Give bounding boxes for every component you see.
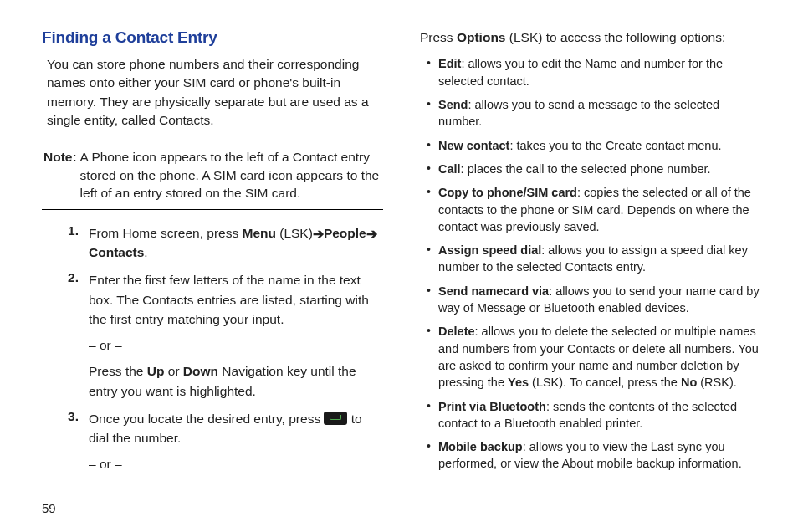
option-namecard: Send namecard via: allows you to send yo…: [423, 283, 761, 317]
option-delete: Delete: allows you to delete the selecte…: [423, 323, 761, 391]
step-or: – or –: [89, 454, 383, 473]
options-list: Edit: allows you to edit the Name and nu…: [423, 55, 761, 472]
step-3: 3. Once you locate the desired entry, pr…: [64, 409, 383, 474]
options-intro: Press Options (LSK) to access the follow…: [420, 28, 761, 47]
option-send: Send: allows you to send a message to th…: [423, 96, 761, 130]
left-column: Finding a Contact Entry You can store ph…: [42, 28, 383, 483]
step-number: 3.: [64, 409, 89, 474]
note-label: Note:: [42, 148, 80, 202]
intro-paragraph: You can store phone numbers and their co…: [47, 55, 383, 130]
option-call: Call: places the call to the selected ph…: [423, 161, 761, 177]
note-block: Note: A Phone icon appears to the left o…: [42, 141, 383, 210]
option-copy: Copy to phone/SIM card: copies the selec…: [423, 184, 761, 235]
page-number: 59: [42, 501, 761, 515]
option-new-contact: New contact: takes you to the Create con…: [423, 137, 761, 154]
step-list: 1. From Home screen, press Menu (LSK) ➔ …: [64, 223, 383, 474]
step-text: From Home screen, press Menu (LSK) ➔ Peo…: [89, 223, 383, 263]
arrow-icon: ➔: [366, 224, 377, 243]
step-or: – or –: [89, 335, 383, 355]
step-number: 2.: [64, 270, 89, 401]
page-columns: Finding a Contact Entry You can store ph…: [42, 28, 761, 483]
step-text: Press the Up or Down Navigation key unti…: [89, 361, 383, 401]
step-text: Enter the first few letters of the name …: [89, 270, 383, 329]
step-2: 2. Enter the first few letters of the na…: [64, 270, 383, 401]
option-speed-dial: Assign speed dial: allows you to assign …: [423, 242, 761, 276]
note-text: A Phone icon appears to the left of a Co…: [80, 148, 383, 202]
step-text: Once you locate the desired entry, press…: [89, 409, 383, 448]
arrow-icon: ➔: [313, 224, 324, 243]
step-1: 1. From Home screen, press Menu (LSK) ➔ …: [64, 223, 383, 263]
step-number: 1.: [64, 223, 89, 263]
right-column: Press Options (LSK) to access the follow…: [420, 28, 761, 483]
option-backup: Mobile backup: allows you to view the La…: [423, 438, 761, 473]
option-edit: Edit: allows you to edit the Name and nu…: [423, 55, 761, 90]
call-key-icon: [324, 412, 347, 425]
option-print: Print via Bluetooth: sends the contents …: [423, 398, 761, 432]
section-heading: Finding a Contact Entry: [42, 28, 383, 47]
